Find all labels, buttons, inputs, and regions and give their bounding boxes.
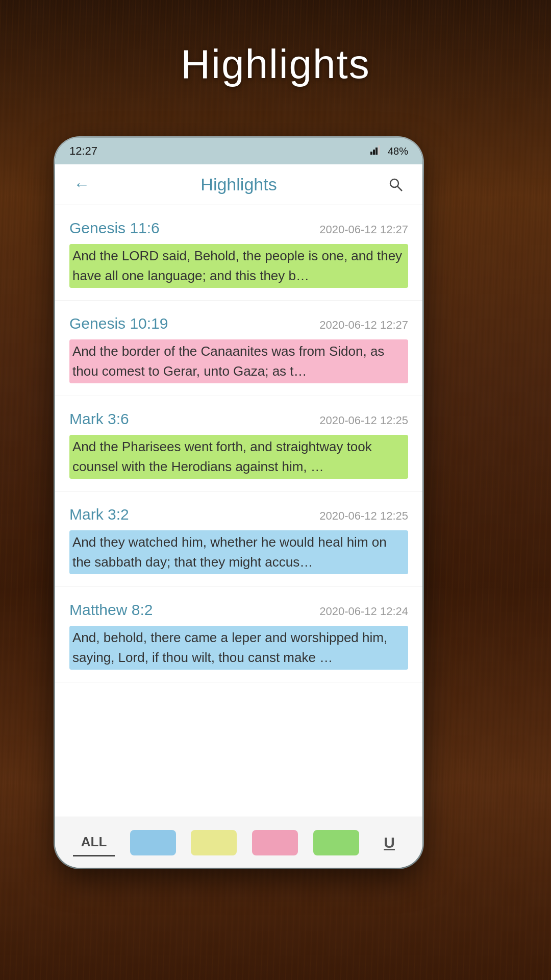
item-reference: Genesis 11:6 [69,219,160,237]
back-button[interactable]: ← [69,173,94,197]
item-date: 2020-06-12 12:27 [319,223,408,236]
item-header: Mark 3:2 2020-06-12 12:25 [69,506,408,523]
signal-icon [370,145,383,157]
list-item[interactable]: Matthew 8:2 2020-06-12 12:24 And, behold… [55,587,422,682]
item-header: Genesis 11:6 2020-06-12 12:27 [69,219,408,237]
list-item[interactable]: Mark 3:2 2020-06-12 12:25 And they watch… [55,492,422,587]
item-date: 2020-06-12 12:24 [319,605,408,618]
page-title: Highlights [0,41,551,88]
status-bar: 12:27 48% [55,138,422,164]
status-right: 48% [370,145,408,157]
item-text: And the border of the Canaanites was fro… [69,339,408,383]
item-text: And the LORD said, Behold, the people is… [69,244,408,288]
item-reference: Mark 3:6 [69,410,129,428]
svg-rect-1 [373,150,375,155]
svg-rect-3 [378,145,380,155]
item-date: 2020-06-12 12:25 [319,509,408,523]
status-battery: 48% [388,145,408,157]
item-reference: Genesis 10:19 [69,315,168,332]
tab-underline[interactable]: U [374,830,405,855]
item-date: 2020-06-12 12:27 [319,318,408,332]
item-header: Mark 3:6 2020-06-12 12:25 [69,410,408,428]
bottom-tab-bar: ALL U [55,817,422,868]
tab-color-pink[interactable] [252,830,298,855]
highlights-list: Genesis 11:6 2020-06-12 12:27 And the LO… [55,205,422,817]
item-header: Genesis 10:19 2020-06-12 12:27 [69,315,408,332]
list-item[interactable]: Genesis 11:6 2020-06-12 12:27 And the LO… [55,205,422,301]
svg-line-5 [397,186,402,191]
search-button[interactable] [384,173,408,197]
item-header: Matthew 8:2 2020-06-12 12:24 [69,601,408,619]
tab-all[interactable]: ALL [73,829,115,856]
status-time: 12:27 [69,144,97,158]
item-date: 2020-06-12 12:25 [319,414,408,427]
list-item[interactable]: Genesis 10:19 2020-06-12 12:27 And the b… [55,301,422,396]
tab-color-blue[interactable] [130,830,176,855]
phone-mockup: 12:27 48% ← Highlights [55,138,422,868]
list-item[interactable]: Mark 3:6 2020-06-12 12:25 And the Pharis… [55,396,422,492]
tab-color-green[interactable] [313,830,359,855]
svg-rect-2 [375,148,378,155]
item-reference: Mark 3:2 [69,506,129,523]
svg-rect-0 [370,152,372,155]
item-text: And they watched him, whether he would h… [69,530,408,574]
item-text: And, behold, there came a leper and wors… [69,626,408,670]
app-header: ← Highlights [55,164,422,205]
search-icon [388,177,404,193]
item-text: And the Pharisees went forth, and straig… [69,435,408,479]
tab-color-yellow[interactable] [191,830,237,855]
header-title: Highlights [201,175,277,194]
item-reference: Matthew 8:2 [69,601,153,619]
svg-point-4 [390,179,398,187]
back-arrow-icon: ← [73,175,90,194]
